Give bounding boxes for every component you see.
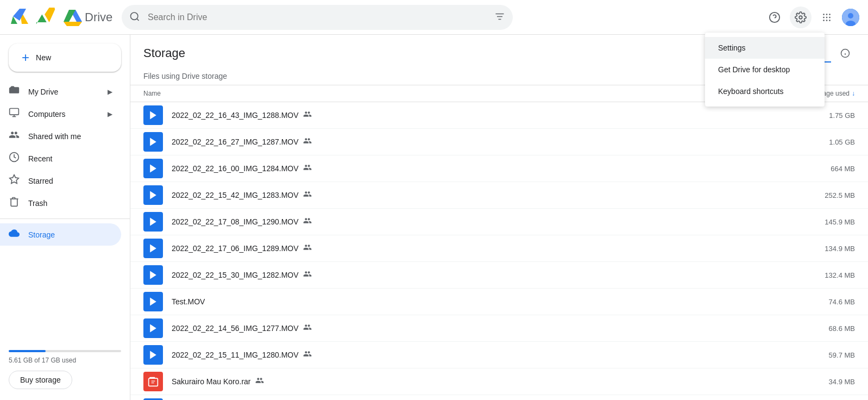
expand-icon: ▶ — [108, 110, 112, 118]
file-name: 2022_02_22_16_27_IMG_1287.MOV — [172, 138, 299, 146]
sidebar-item-recent[interactable]: Recent — [0, 147, 121, 170]
search-icon — [129, 11, 140, 23]
file-name-area: Sakurairo Mau Koro.rar — [172, 376, 790, 387]
file-name: Test.MOV — [172, 297, 205, 306]
storage-usage: 5.61 GB of 17 GB used Buy storage — [0, 343, 130, 396]
new-button[interactable]: + New — [9, 43, 121, 72]
search-bar — [122, 5, 513, 30]
app-logo-text: Drive — [85, 10, 112, 24]
svg-point-16 — [826, 16, 828, 18]
svg-marker-39 — [150, 298, 156, 306]
new-button-label: New — [36, 53, 51, 62]
file-row[interactable]: 2022_02_22_15_30_IMG_1282.MOV 132.4 MB — [130, 262, 868, 289]
dropdown-item-settings[interactable]: Settings — [705, 37, 825, 59]
svg-point-18 — [823, 20, 825, 21]
expand-icon: ▶ — [108, 88, 112, 96]
file-row[interactable]: 2022_02_22_16_00_IMG_1284.MOV 664 MB — [130, 155, 868, 182]
file-name: 2022_02_22_15_42_IMG_1283.MOV — [172, 191, 299, 199]
search-input[interactable] — [122, 5, 513, 30]
shared-with-me-label: Shared with me — [28, 132, 81, 141]
file-row[interactable]: 2022_02_22_15_42_IMG_1283.MOV 252.5 MB — [130, 182, 868, 209]
shared-icon — [303, 136, 312, 147]
file-row[interactable]: 2022_02_22_17_06_IMG_1289.MOV 134.9 MB — [130, 235, 868, 262]
file-size: 1.75 GB — [790, 111, 855, 120]
file-thumbnail — [143, 372, 163, 391]
plus-icon: + — [22, 50, 29, 65]
file-size: 132.4 MB — [790, 271, 855, 279]
svg-rect-43 — [149, 378, 158, 386]
help-button[interactable] — [764, 7, 785, 28]
file-name: 2022_02_22_14_56_IMG_1277.MOV — [172, 324, 299, 333]
file-row[interactable]: Test.MOV 74.6 MB — [130, 289, 868, 315]
file-thumbnail — [143, 159, 163, 178]
file-name: 2022_02_22_15_30_IMG_1282.MOV — [172, 271, 299, 279]
file-thumbnail — [143, 185, 163, 205]
file-name-area: 2022_02_22_16_27_IMG_1287.MOV — [172, 136, 790, 147]
avatar[interactable] — [842, 9, 859, 26]
search-filter-icon[interactable] — [494, 11, 505, 23]
page-title: Storage — [143, 46, 185, 60]
file-size: 59.7 MB — [790, 351, 855, 359]
file-row[interactable]: 2022_02_22_17_08_IMG_1290.MOV 145.9 MB — [130, 209, 868, 235]
file-row[interactable]: 2022_02_22_15_11_IMG_1280.MOV 59.7 MB — [130, 342, 868, 368]
file-size: 134.9 MB — [790, 245, 855, 253]
file-thumbnail — [143, 292, 163, 311]
sidebar-item-shared-with-me[interactable]: Shared with me — [0, 125, 121, 147]
dropdown-item-get-drive-desktop[interactable]: Get Drive for desktop — [705, 59, 825, 80]
shared-icon — [303, 163, 312, 174]
people-icon — [9, 129, 20, 143]
svg-rect-24 — [10, 109, 19, 115]
svg-point-11 — [799, 16, 802, 19]
top-bar: Drive — [0, 0, 868, 35]
sidebar-item-starred[interactable]: Starred — [0, 170, 121, 192]
info-button[interactable] — [835, 43, 855, 63]
svg-point-22 — [848, 13, 853, 18]
file-thumbnail — [143, 265, 163, 285]
file-name-area: 2022_02_22_15_42_IMG_1283.MOV — [172, 190, 790, 201]
file-name-area: 2022_02_22_16_00_IMG_1284.MOV — [172, 163, 790, 174]
file-thumbnail — [143, 318, 163, 338]
drive-logo-icon — [63, 9, 83, 26]
file-list: 2022_02_22_16_43_IMG_1288.MOV 1.75 GB 20… — [130, 102, 868, 400]
settings-dropdown: SettingsGet Drive for desktopKeyboard sh… — [705, 33, 825, 107]
file-row[interactable]: 2022_02_22_16_27_IMG_1287.MOV 1.05 GB — [130, 129, 868, 155]
computer-icon — [9, 107, 20, 121]
file-name-area: 2022_02_22_15_30_IMG_1282.MOV — [172, 270, 790, 280]
storage-label: Storage — [28, 230, 55, 239]
file-size: 74.6 MB — [790, 298, 855, 306]
sidebar-item-my-drive[interactable]: My Drive ▶ — [0, 80, 121, 103]
drive-logo-icon — [35, 8, 56, 27]
shared-icon — [303, 110, 312, 121]
file-row[interactable]: 2022_02_22_14_56_IMG_1277.MOV 68.6 MB — [130, 315, 868, 342]
file-size: 1.05 GB — [790, 138, 855, 146]
svg-line-5 — [137, 18, 139, 21]
svg-marker-32 — [150, 111, 156, 120]
file-name: 2022_02_22_17_06_IMG_1289.MOV — [172, 244, 299, 253]
svg-marker-36 — [150, 218, 156, 226]
file-size: 145.9 MB — [790, 218, 855, 226]
sidebar-item-computers[interactable]: Computers ▶ — [0, 103, 121, 125]
file-thumbnail — [143, 345, 163, 365]
svg-point-15 — [823, 16, 825, 18]
svg-marker-35 — [150, 191, 156, 199]
apps-button[interactable] — [816, 7, 838, 28]
file-row[interactable]: Sakurairo Mau Koro.rar 34.9 MB — [130, 368, 868, 395]
recent-label: Recent — [28, 154, 52, 163]
dropdown-item-keyboard-shortcuts[interactable]: Keyboard shortcuts — [705, 80, 825, 102]
buy-storage-button[interactable]: Buy storage — [9, 371, 72, 389]
col-name-header: Name — [143, 90, 790, 97]
file-row[interactable]: 2022_02_22_14_54_IMG_1276.MOV 24.6 MB — [130, 395, 868, 400]
file-name: 2022_02_22_15_11_IMG_1280.MOV — [172, 351, 299, 359]
svg-point-13 — [826, 14, 828, 15]
settings-button[interactable] — [790, 7, 812, 28]
file-name-area: 2022_02_22_17_06_IMG_1289.MOV — [172, 243, 790, 254]
file-size: 664 MB — [790, 165, 855, 173]
file-thumbnail — [143, 105, 163, 125]
shared-icon — [303, 323, 312, 334]
sidebar-item-trash[interactable]: Trash — [0, 192, 121, 214]
sidebar-item-storage[interactable]: Storage — [0, 223, 121, 246]
svg-marker-28 — [10, 175, 19, 184]
file-thumbnail — [143, 212, 163, 232]
file-name: 2022_02_22_16_00_IMG_1284.MOV — [172, 164, 299, 173]
trash-icon — [9, 196, 20, 210]
